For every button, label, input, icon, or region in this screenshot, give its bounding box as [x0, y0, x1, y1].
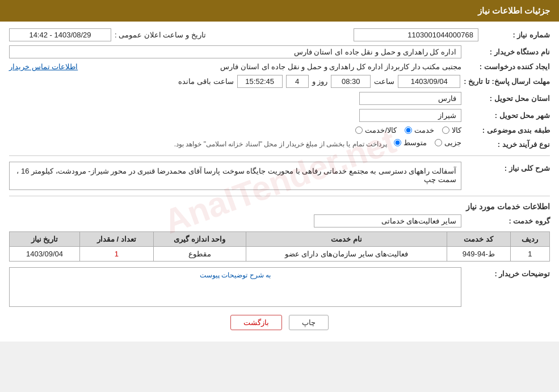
province-row: استان محل تحویل : فارس [9, 92, 550, 105]
process-option-medium: متوسط [394, 138, 427, 147]
page-header: جزئیات اطلاعات نیاز [0, 0, 559, 22]
process-label-medium: متوسط [404, 138, 427, 147]
response-remaining-label: ساعت باقی مانده [178, 77, 233, 86]
response-days: 4 [286, 75, 309, 88]
buyer-org-value: اداره کل راهداری و حمل و نقل جاده ای است… [9, 45, 461, 58]
table-cell-unit: مقطوع [153, 247, 246, 262]
response-time-label: ساعت [374, 77, 394, 86]
services-info-title: اطلاعات خدمات مورد نیاز [9, 202, 550, 211]
response-deadline-label: مهلت ارسال پاسخ: تا تاریخ : [464, 77, 550, 86]
delivery-province-label: استان محل تحویل : [465, 94, 550, 103]
table-row: 1ط-94-949فعالیت‌های سایر سازمان‌های دارا… [10, 247, 550, 262]
buyer-notes-row: توضیحات خریدار : به شرح توضیحات پیوست [9, 267, 550, 307]
need-number-label: شماره نیاز : [482, 31, 550, 39]
category-radio-service[interactable] [405, 127, 412, 134]
process-options-group: جزیی متوسط [394, 138, 461, 147]
need-number-row: شماره نیاز : 1103001044000768 تاریخ و سا… [9, 28, 550, 41]
services-table: ردیف کد خدمت نام خدمت واحد اندازه گیری ت… [9, 231, 550, 262]
table-header-qty: تعداد / مقدار [79, 232, 153, 247]
button-row: چاپ بازگشت [9, 315, 550, 330]
process-label: نوع فرآیند خرید : [465, 140, 550, 149]
table-cell-code: ط-94-949 [447, 247, 511, 262]
table-cell-qty: 1 [79, 247, 153, 262]
service-group-row: گروه خدمت : سایر فعالیت‌های خدماتی [9, 214, 550, 227]
service-group-value: سایر فعالیت‌های خدماتی [314, 214, 461, 227]
table-header-row: ردیف [510, 232, 549, 247]
buyer-org-row: نام دستگاه خریدار : اداره کل راهداری و ح… [9, 45, 550, 58]
buyer-notes-content: به شرح توضیحات پیوست [9, 267, 461, 307]
process-row: نوع فرآیند خرید : جزیی متوسط پرداخت تمام… [9, 138, 550, 150]
table-header-unit: واحد اندازه گیری [153, 232, 246, 247]
back-button[interactable]: بازگشت [230, 315, 282, 330]
category-label-goods: کالا [452, 126, 461, 134]
category-radio-group: کالا/خدمت خدمت کالا [355, 126, 461, 134]
process-radio-medium[interactable] [394, 139, 401, 146]
general-desc-value: آسفالت راههای دسترسی به مجتمع خدماتی رفا… [9, 162, 461, 190]
creator-value: مجتبی مکتب دار کاربرداز اداره کل راهداری… [81, 62, 461, 71]
process-radio-partial[interactable] [435, 139, 442, 146]
print-button[interactable]: چاپ [289, 315, 329, 330]
buyer-org-label: نام دستگاه خریدار : [465, 48, 550, 56]
table-header-name: نام خدمت [246, 232, 447, 247]
response-remaining: 15:52:45 [237, 75, 283, 88]
category-option-goods: کالا [442, 126, 461, 134]
category-label: طبقه بندی موضوعی : [465, 126, 550, 134]
table-header-code: کد خدمت [447, 232, 511, 247]
table-cell-row: 1 [510, 247, 549, 262]
response-time: 08:30 [331, 75, 371, 88]
service-group-label: گروه خدمت : [465, 217, 550, 225]
delivery-city-value: شیراز [359, 109, 461, 122]
table-header-date: تاریخ نیاز [10, 232, 80, 247]
general-desc-label: شرح کلی نیاز : [465, 162, 550, 172]
buyer-notes-placeholder: به شرح توضیحات پیوست [200, 271, 271, 279]
process-note: پرداخت تمام یا بخشی از مبلغ خریدار از مح… [174, 140, 387, 148]
creator-row: ایجاد کننده درخواست : مجتبی مکتب دار کار… [9, 62, 550, 71]
process-label-partial: جزیی [444, 138, 461, 147]
category-radio-goods-services[interactable] [355, 127, 363, 134]
creator-label: ایجاد کننده درخواست : [465, 62, 550, 71]
contact-link[interactable]: اطلاعات تماس خریدار [9, 62, 78, 71]
category-row: طبقه بندی موضوعی : کالا/خدمت خدمت کالا [9, 126, 550, 134]
general-desc-row: شرح کلی نیاز : آسفالت راههای دسترسی به م… [9, 162, 550, 190]
category-label-goods-services: کالا/خدمت [365, 126, 397, 134]
response-date: 1403/09/04 [398, 75, 460, 88]
delivery-city-label: شهر محل تحویل : [465, 111, 550, 120]
category-radio-goods[interactable] [442, 127, 449, 134]
need-number-value: 1103001044000768 [354, 28, 478, 41]
process-option-partial: جزیی [435, 138, 461, 147]
category-label-service: خدمت [414, 126, 434, 134]
divider-1 [9, 155, 550, 156]
category-option-service: خدمت [405, 126, 434, 134]
table-cell-date: 1403/09/04 [10, 247, 80, 262]
date-time-pub-value: 1403/08/29 - 14:42 [9, 28, 111, 41]
category-option-goods-services: کالا/خدمت [355, 126, 397, 134]
table-cell-name: فعالیت‌های سایر سازمان‌های دارای عضو [246, 247, 447, 262]
response-days-label: روز و [312, 77, 328, 86]
buyer-notes-label: توضیحات خریدار : [465, 267, 550, 278]
page-title: جزئیات اطلاعات نیاز [478, 6, 550, 15]
delivery-province-value: فارس [359, 92, 461, 105]
response-deadline-row: مهلت ارسال پاسخ: تا تاریخ : 1403/09/04 س… [9, 75, 550, 88]
city-row: شهر محل تحویل : شیراز [9, 109, 550, 122]
date-time-pub-label: تاریخ و ساعت اعلان عمومی : [115, 31, 206, 39]
divider-2 [9, 196, 550, 196]
